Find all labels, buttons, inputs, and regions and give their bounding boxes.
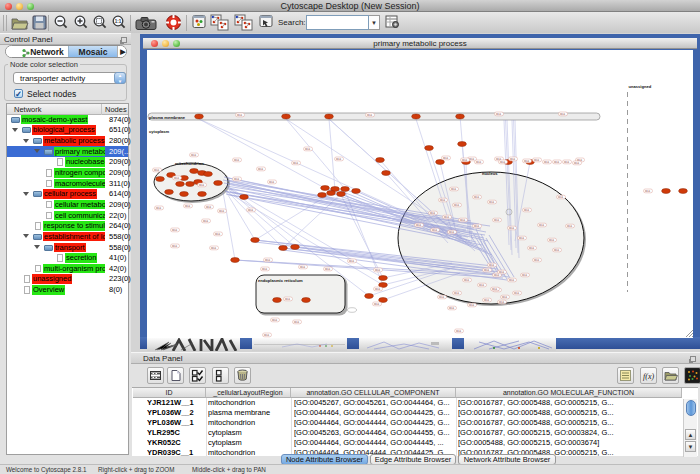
svg-text:xo-a: xo-a — [264, 334, 270, 337]
svg-text:xo-a: xo-a — [514, 292, 520, 295]
svg-text:xo-a: xo-a — [534, 259, 540, 262]
svg-text:xo-a: xo-a — [560, 113, 566, 116]
svg-text:xo-a: xo-a — [524, 209, 530, 212]
svg-text:xo-a: xo-a — [185, 205, 191, 208]
svg-text:xo-a: xo-a — [534, 159, 540, 162]
svg-text:xo-a: xo-a — [206, 206, 212, 209]
svg-text:xo-a: xo-a — [564, 161, 570, 164]
svg-text:xo-a: xo-a — [258, 168, 264, 171]
svg-text:xo-a: xo-a — [474, 225, 480, 228]
svg-text:xo-a: xo-a — [234, 159, 240, 162]
svg-text:xo-a: xo-a — [554, 249, 560, 252]
svg-text:xo-a: xo-a — [529, 247, 535, 250]
svg-text:xo-a: xo-a — [558, 196, 564, 199]
svg-text:xo-a: xo-a — [524, 160, 530, 163]
svg-text:xo-a: xo-a — [272, 319, 278, 322]
svg-text:xo-a: xo-a — [248, 209, 254, 212]
svg-text:xo-a: xo-a — [432, 229, 438, 232]
svg-text:xo-a: xo-a — [484, 269, 490, 272]
svg-text:xo-a: xo-a — [444, 216, 450, 219]
svg-text:mitochondrion: mitochondrion — [175, 161, 204, 166]
svg-text:xo-a: xo-a — [294, 321, 300, 324]
svg-text:xo-a: xo-a — [489, 264, 495, 267]
svg-text:xo-a: xo-a — [544, 161, 550, 164]
svg-text:xo-a: xo-a — [439, 296, 445, 299]
svg-text:xo-a: xo-a — [262, 268, 268, 271]
svg-text:xo-a: xo-a — [489, 201, 495, 204]
svg-text:xo-a: xo-a — [454, 204, 460, 207]
svg-text:xo-a: xo-a — [574, 162, 580, 165]
svg-text:xo-a: xo-a — [336, 158, 342, 161]
svg-text:xo-a: xo-a — [500, 161, 506, 164]
svg-text:xo-a: xo-a — [469, 158, 475, 161]
svg-text:xo-a: xo-a — [539, 224, 545, 227]
svg-text:xo-a: xo-a — [496, 113, 502, 116]
svg-text:xo-a: xo-a — [476, 161, 482, 164]
svg-text:xo-a: xo-a — [510, 158, 516, 161]
svg-text:xo-a: xo-a — [492, 288, 498, 291]
svg-text:xo-a: xo-a — [519, 237, 525, 240]
svg-text:xo-a: xo-a — [449, 307, 455, 310]
svg-text:xo-a: xo-a — [451, 188, 457, 191]
svg-text:plasma membrane: plasma membrane — [149, 115, 186, 120]
svg-text:xo-a: xo-a — [502, 296, 508, 299]
svg-text:xo-a: xo-a — [469, 304, 475, 307]
svg-text:xo-a: xo-a — [172, 245, 178, 248]
svg-text:xo-a: xo-a — [375, 288, 381, 291]
svg-text:xo-a: xo-a — [454, 292, 460, 295]
svg-text:xo-a: xo-a — [305, 148, 311, 151]
svg-text:xo-a: xo-a — [265, 259, 271, 262]
svg-text:f(x): f(x) — [643, 372, 654, 381]
svg-text:xo-a: xo-a — [367, 114, 373, 117]
svg-text:xo-a: xo-a — [522, 274, 528, 277]
svg-text:xo-a: xo-a — [375, 269, 381, 272]
svg-text:xo-a: xo-a — [499, 301, 505, 304]
svg-text:xo-a: xo-a — [645, 190, 651, 193]
svg-text:xo-a: xo-a — [456, 330, 462, 333]
svg-text:xo-a: xo-a — [349, 260, 355, 263]
svg-text:xo-a: xo-a — [211, 247, 217, 250]
svg-text:xo-a: xo-a — [203, 220, 209, 223]
svg-text:xo-a: xo-a — [440, 199, 446, 202]
svg-text:xo-a: xo-a — [234, 178, 240, 181]
svg-text:xo-a: xo-a — [156, 207, 162, 210]
svg-text:xo-a: xo-a — [172, 229, 178, 232]
svg-text:xo-a: xo-a — [479, 284, 485, 287]
svg-text:xo-a: xo-a — [460, 219, 466, 222]
svg-text:xo-a: xo-a — [199, 184, 205, 187]
svg-text:xo-a: xo-a — [374, 303, 380, 306]
svg-text:xo-a: xo-a — [215, 233, 221, 236]
svg-text:xo-a: xo-a — [443, 157, 449, 160]
svg-text:unassigned: unassigned — [629, 84, 652, 89]
svg-text:xo-a: xo-a — [237, 114, 243, 117]
svg-text:xo-a: xo-a — [174, 177, 180, 180]
svg-text:xo-a: xo-a — [285, 298, 291, 301]
svg-text:xo-a: xo-a — [499, 271, 505, 274]
svg-text:xo-a: xo-a — [449, 231, 455, 234]
svg-text:xo-a: xo-a — [474, 196, 480, 199]
svg-text:xo-a: xo-a — [509, 227, 515, 230]
svg-text:xo-a: xo-a — [484, 299, 490, 302]
svg-text:xo-a: xo-a — [300, 266, 306, 269]
svg-text:cytoplasm: cytoplasm — [149, 129, 170, 134]
svg-text:xo-a: xo-a — [494, 219, 500, 222]
svg-text:endoplasmic reticulum: endoplasmic reticulum — [258, 278, 303, 283]
svg-text:xo-a: xo-a — [509, 279, 515, 282]
svg-text:xo-a: xo-a — [293, 162, 299, 165]
svg-text:1:1: 1:1 — [115, 19, 122, 24]
svg-text:xo-a: xo-a — [325, 268, 331, 271]
svg-text:xo-a: xo-a — [430, 212, 436, 215]
svg-text:xo-a: xo-a — [494, 274, 500, 277]
svg-text:xo-a: xo-a — [554, 161, 560, 164]
svg-text:xo-a: xo-a — [549, 239, 555, 242]
svg-text:xo-a: xo-a — [416, 224, 422, 227]
svg-text:xo-a: xo-a — [464, 279, 470, 282]
svg-text:xo-a: xo-a — [154, 169, 160, 172]
svg-text:xo-a: xo-a — [191, 154, 197, 157]
svg-text:nucleus: nucleus — [482, 171, 498, 176]
svg-text:xo-a: xo-a — [567, 225, 573, 228]
svg-text:xo-a: xo-a — [462, 159, 468, 162]
svg-text:xo-a: xo-a — [269, 181, 275, 184]
svg-text:xo-a: xo-a — [219, 210, 225, 213]
